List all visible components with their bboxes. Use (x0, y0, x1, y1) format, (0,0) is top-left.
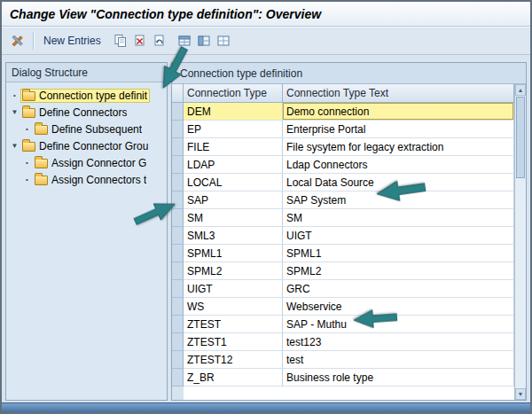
select-block-icon[interactable] (195, 32, 213, 50)
cell-connection-type[interactable]: LOCAL (184, 174, 283, 191)
row-selector[interactable] (172, 156, 184, 174)
folder-icon (22, 142, 35, 152)
cell-connection-type[interactable]: Z_BR (184, 369, 283, 387)
table-section-title: Connection type definition (180, 67, 302, 80)
column-header-connection-type-text[interactable]: Connection Type Text (283, 84, 514, 103)
table-row[interactable]: WS Webservice (184, 298, 514, 316)
cell-connection-type-text[interactable]: Business role type (283, 369, 514, 387)
tree-item-label: Define Subsequent (51, 123, 142, 136)
table-row[interactable]: SAP SAP System (184, 191, 514, 209)
tree-item[interactable]: • Define Subsequent (7, 121, 166, 137)
table-row[interactable]: FILE File sysytem for legacy extraction (184, 138, 514, 156)
table-row[interactable]: UIGT GRC (184, 280, 514, 298)
row-selector[interactable] (172, 245, 184, 262)
cell-connection-type-text[interactable]: Ldap Connectors (283, 156, 514, 174)
cell-connection-type[interactable]: DEM (184, 103, 283, 121)
cell-connection-type[interactable]: SAP (184, 191, 283, 209)
cell-connection-type-text[interactable]: GRC (283, 280, 514, 298)
table-row[interactable]: Z_BR Business role type (184, 369, 514, 387)
table-row[interactable]: ZTEST1 test123 (184, 333, 514, 351)
cell-connection-type[interactable]: WS (184, 298, 283, 316)
table-row[interactable]: LOCAL Local Data Source (184, 174, 514, 191)
tree-item-label: Define Connector Grou (39, 140, 148, 152)
tree-item[interactable]: • Assign Connectors t (7, 171, 166, 188)
page-title: Change View "Connection type definition"… (10, 7, 321, 21)
cell-connection-type-text[interactable]: SM (283, 209, 514, 227)
table-row[interactable]: ZTEST12 test (184, 351, 514, 369)
cell-connection-type[interactable]: ZTEST12 (184, 351, 283, 369)
row-selector[interactable] (172, 227, 184, 245)
cell-connection-type-text[interactable]: Webservice (283, 298, 514, 316)
row-selector[interactable] (172, 280, 184, 298)
row-selector[interactable] (172, 174, 184, 191)
scrollbar-track[interactable] (515, 179, 526, 388)
table-section-header: Connection type definition (172, 63, 526, 84)
cell-connection-type[interactable]: SPML1 (184, 245, 283, 262)
cell-connection-type[interactable]: SML3 (184, 227, 283, 245)
table-row[interactable]: LDAP Ldap Connectors (184, 156, 514, 174)
table-header-row: Connection Type Connection Type Text (184, 84, 514, 103)
cell-connection-type-text[interactable]: test123 (283, 333, 514, 351)
table-row[interactable]: ZTEST SAP - Muthu (184, 316, 514, 333)
cell-connection-type-text[interactable]: test (283, 351, 514, 369)
cell-connection-type[interactable]: FILE (184, 138, 283, 156)
new-entries-label: New Entries (43, 35, 101, 47)
tree-item[interactable]: ▼ Define Connectors (7, 104, 166, 121)
tree-bullet: ▼ (9, 108, 20, 116)
cell-connection-type[interactable]: ZTEST1 (184, 333, 283, 351)
tree-bullet: • (21, 159, 33, 167)
dialog-structure-header: Dialog Structure (6, 63, 167, 82)
deselect-all-icon[interactable] (215, 32, 232, 50)
dialog-structure-panel: Dialog Structure • Connection type defin… (5, 62, 168, 401)
row-selector[interactable] (172, 103, 184, 121)
cell-connection-type-text[interactable]: SPML1 (283, 245, 514, 262)
row-selection-column (172, 84, 184, 400)
folder-icon (22, 108, 35, 118)
scroll-down-button[interactable]: ▼ (515, 388, 526, 400)
cell-connection-type[interactable]: SPML2 (184, 262, 283, 280)
cell-connection-type[interactable]: EP (184, 121, 283, 138)
cell-connection-type[interactable]: ZTEST (184, 316, 283, 333)
cell-connection-type-text[interactable]: SAP - Muthu (283, 316, 514, 333)
table-row[interactable]: EP Enterprise Portal (184, 121, 514, 138)
table-row[interactable]: SPML1 SPML1 (184, 245, 514, 262)
cell-connection-type[interactable]: SM (184, 209, 283, 227)
new-entries-button[interactable]: New Entries (40, 33, 105, 49)
row-selector[interactable] (172, 138, 184, 156)
cell-connection-type[interactable]: LDAP (184, 156, 283, 174)
vertical-scrollbar[interactable]: ▲ ▼ (514, 84, 526, 400)
tree-bullet: • (21, 176, 33, 184)
cell-connection-type[interactable]: UIGT (184, 280, 283, 298)
cell-connection-type-text[interactable]: UIGT (283, 227, 514, 245)
cell-connection-type-text[interactable]: Enterprise Portal (283, 121, 514, 138)
tree-item[interactable]: • Connection type definit (7, 87, 166, 104)
column-header-connection-type[interactable]: Connection Type (184, 84, 283, 103)
tree-item[interactable]: ▼ Define Connector Grou (7, 137, 166, 154)
row-selector[interactable] (172, 262, 184, 280)
table-body: DEM Demo connection EP Enterprise Portal… (184, 103, 514, 387)
tree-item-label: Connection type definit (39, 90, 147, 102)
scroll-up-button[interactable]: ▲ (515, 84, 526, 96)
row-selector[interactable] (172, 298, 184, 316)
utilities-icon[interactable] (9, 32, 27, 50)
table-row[interactable]: SM SM (184, 209, 514, 227)
row-selector[interactable] (172, 316, 184, 333)
connection-type-panel: Connection type definition (171, 62, 527, 401)
delete-icon[interactable] (131, 32, 149, 50)
undo-change-icon[interactable] (151, 32, 168, 50)
cell-connection-type-text[interactable]: Demo connection (283, 103, 514, 121)
table-row[interactable]: SML3 UIGT (184, 227, 514, 245)
copy-as-icon[interactable] (112, 32, 129, 50)
tree-item[interactable]: • Assign Connector G (7, 154, 166, 171)
scrollbar-thumb[interactable] (516, 97, 525, 178)
row-selector[interactable] (172, 351, 184, 369)
table-row[interactable]: DEM Demo connection (184, 103, 514, 121)
row-selector[interactable] (172, 121, 184, 138)
sap-window: Change View "Connection type definition"… (0, 0, 532, 414)
cell-connection-type-text[interactable]: File sysytem for legacy extraction (283, 138, 514, 156)
table-row[interactable]: SPML2 SPML2 (184, 262, 514, 280)
folder-icon (35, 125, 48, 135)
cell-connection-type-text[interactable]: SPML2 (283, 262, 514, 280)
row-selector[interactable] (172, 333, 184, 351)
row-selector[interactable] (172, 369, 184, 387)
